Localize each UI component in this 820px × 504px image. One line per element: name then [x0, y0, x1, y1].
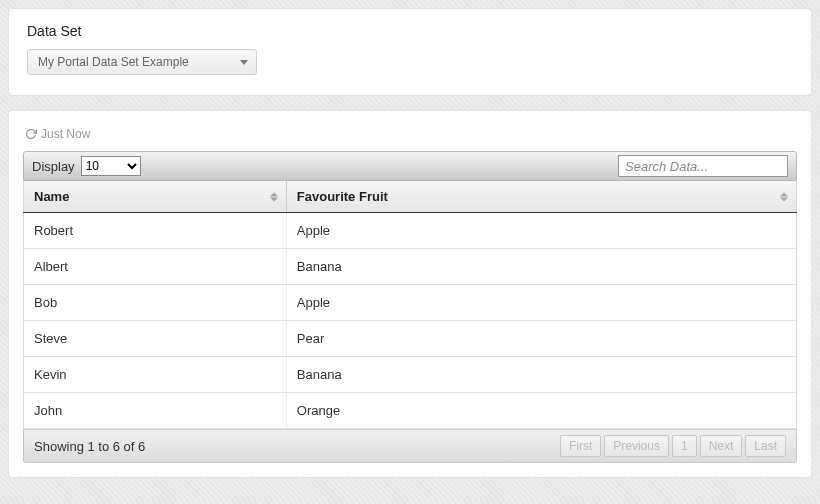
table-row: Kevin Banana [24, 357, 797, 393]
refresh-status: Just Now [25, 127, 797, 141]
pager: First Previous 1 Next Last [560, 435, 786, 457]
chevron-down-icon [240, 60, 248, 65]
cell-name: Steve [24, 321, 287, 357]
display-label: Display [32, 159, 75, 174]
column-header-fruit[interactable]: Favourite Fruit [286, 181, 796, 213]
column-label: Name [34, 189, 69, 204]
dataset-select-value: My Portal Data Set Example [38, 55, 189, 69]
column-label: Favourite Fruit [297, 189, 388, 204]
last-button[interactable]: Last [745, 435, 786, 457]
sort-icon [270, 192, 278, 201]
cell-name: Albert [24, 249, 287, 285]
data-table: Name Favourite Fruit Robert Apple Albert… [23, 181, 797, 429]
cell-fruit: Apple [286, 285, 796, 321]
refresh-text: Just Now [41, 127, 90, 141]
dataset-label: Data Set [27, 23, 793, 39]
table-toolbar: Display 10 [23, 151, 797, 181]
table-row: John Orange [24, 393, 797, 429]
cell-fruit: Pear [286, 321, 796, 357]
search-input[interactable] [618, 155, 788, 177]
toolbar-left: Display 10 [32, 156, 141, 176]
cell-name: Kevin [24, 357, 287, 393]
display-select[interactable]: 10 [81, 156, 141, 176]
table-row: Steve Pear [24, 321, 797, 357]
table-row: Bob Apple [24, 285, 797, 321]
summary-text: Showing 1 to 6 of 6 [34, 439, 145, 454]
column-header-name[interactable]: Name [24, 181, 287, 213]
table-row: Albert Banana [24, 249, 797, 285]
first-button[interactable]: First [560, 435, 601, 457]
next-button[interactable]: Next [700, 435, 743, 457]
page-1-button[interactable]: 1 [672, 435, 697, 457]
refresh-icon [25, 128, 37, 140]
cell-name: Bob [24, 285, 287, 321]
table-footer: Showing 1 to 6 of 6 First Previous 1 Nex… [23, 429, 797, 463]
dataset-select[interactable]: My Portal Data Set Example [27, 49, 257, 75]
cell-name: John [24, 393, 287, 429]
toolbar-right [618, 155, 788, 177]
cell-fruit: Orange [286, 393, 796, 429]
cell-fruit: Apple [286, 213, 796, 249]
sort-icon [780, 192, 788, 201]
dataset-card: Data Set My Portal Data Set Example [8, 8, 812, 96]
cell-fruit: Banana [286, 357, 796, 393]
cell-fruit: Banana [286, 249, 796, 285]
data-card: Just Now Display 10 Name Favourite Fruit [8, 110, 812, 478]
previous-button[interactable]: Previous [604, 435, 669, 457]
table-row: Robert Apple [24, 213, 797, 249]
cell-name: Robert [24, 213, 287, 249]
